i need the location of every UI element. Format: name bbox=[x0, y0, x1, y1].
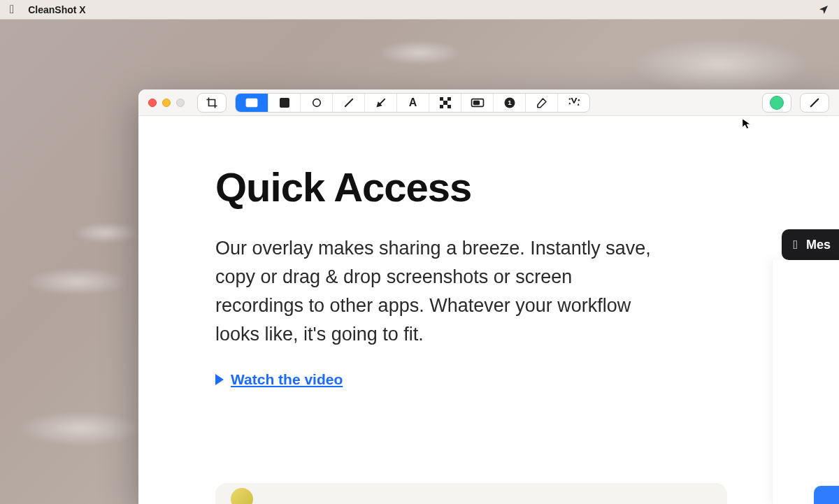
page-heading: Quick Access bbox=[215, 164, 839, 210]
svg-rect-10 bbox=[447, 104, 450, 108]
desktop-wallpaper: A 1 bbox=[0, 20, 839, 504]
testimonial-avatar bbox=[231, 488, 253, 504]
filled-square-tool[interactable] bbox=[268, 94, 300, 112]
svg-line-3 bbox=[345, 99, 352, 106]
share-overlay-action[interactable] bbox=[814, 486, 839, 504]
close-button[interactable] bbox=[148, 99, 157, 107]
rectangle-tool[interactable] bbox=[236, 94, 268, 112]
svg-text:1: 1 bbox=[508, 99, 512, 106]
counter-tool[interactable]: 1 bbox=[493, 94, 525, 112]
share-overlay-label: Mes bbox=[806, 238, 831, 252]
svg-rect-6 bbox=[440, 97, 443, 101]
svg-rect-8 bbox=[443, 101, 447, 104]
window-titlebar: A 1 bbox=[138, 89, 839, 116]
testimonial-card bbox=[215, 483, 727, 504]
svg-line-17 bbox=[811, 99, 819, 106]
pixelate-tool[interactable] bbox=[429, 94, 461, 112]
crop-tool[interactable] bbox=[198, 94, 226, 112]
active-app-name[interactable]: CleanShot X bbox=[28, 4, 85, 15]
location-services-icon[interactable] bbox=[818, 4, 829, 15]
auto-annotate-tool[interactable] bbox=[557, 94, 589, 112]
toolbar-crop-group bbox=[197, 93, 227, 113]
svg-point-16 bbox=[578, 99, 579, 100]
cleanshot-editor-window: A 1 bbox=[138, 89, 839, 504]
toolbar-annotation-tools: A 1 bbox=[235, 93, 590, 113]
minimize-button[interactable] bbox=[162, 99, 171, 107]
ellipse-tool[interactable] bbox=[300, 94, 332, 112]
macos-menubar:  CleanShot X bbox=[0, 0, 839, 20]
svg-rect-0 bbox=[247, 99, 257, 106]
highlight-tool[interactable] bbox=[461, 94, 493, 112]
arrow-tool[interactable] bbox=[364, 94, 396, 112]
svg-point-15 bbox=[568, 98, 570, 99]
window-controls bbox=[148, 99, 185, 107]
toolbar-stroke-picker[interactable] bbox=[800, 93, 829, 113]
svg-rect-1 bbox=[280, 98, 289, 108]
apple-menu-icon[interactable]:  bbox=[10, 3, 14, 15]
line-tool[interactable] bbox=[332, 94, 364, 112]
svg-rect-7 bbox=[447, 97, 450, 101]
text-tool-icon: A bbox=[409, 96, 417, 109]
play-icon bbox=[215, 374, 224, 385]
watch-video-link[interactable]: Watch the video bbox=[215, 371, 343, 388]
share-overlay-tab[interactable]:  Mes bbox=[782, 229, 839, 260]
svg-rect-12 bbox=[473, 101, 479, 104]
color-swatch-icon bbox=[770, 96, 784, 110]
text-tool[interactable]: A bbox=[396, 94, 429, 112]
svg-rect-9 bbox=[440, 104, 443, 108]
apple-logo-icon:  bbox=[793, 238, 798, 252]
zoom-button[interactable] bbox=[176, 99, 185, 107]
toolbar-color-picker[interactable] bbox=[762, 93, 791, 113]
svg-point-2 bbox=[313, 99, 320, 106]
watch-video-label: Watch the video bbox=[231, 371, 343, 388]
marker-tool[interactable] bbox=[525, 94, 557, 112]
editor-canvas[interactable]: Quick Access Our overlay makes sharing a… bbox=[138, 116, 839, 504]
page-body-text: Our overlay makes sharing a breeze. Inst… bbox=[215, 234, 663, 349]
share-overlay-body bbox=[772, 260, 839, 504]
